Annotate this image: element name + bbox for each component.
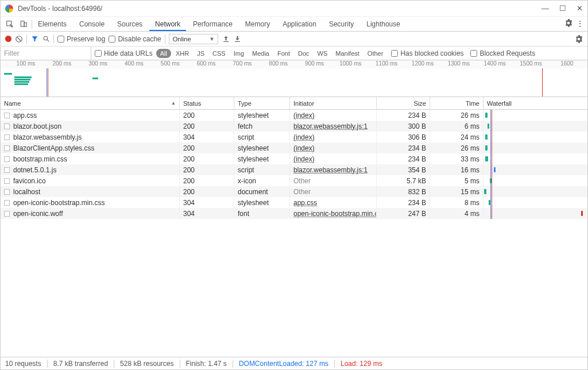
- filter-type-all[interactable]: All: [156, 49, 171, 58]
- file-icon: [4, 178, 10, 184]
- table-row[interactable]: blazor.webassembly.js304script(index)306…: [1, 132, 587, 142]
- column-time[interactable]: Time: [430, 97, 483, 109]
- request-initiator[interactable]: open-iconic-bootstrap.min.css: [293, 210, 377, 218]
- tab-elements[interactable]: Elements: [32, 17, 72, 31]
- filter-type-css[interactable]: CSS: [209, 49, 229, 58]
- tab-console[interactable]: Console: [74, 17, 110, 31]
- timeline-tick: 1400 ms: [483, 60, 505, 67]
- table-row[interactable]: dotnet.5.0.1.js200scriptblazor.webassemb…: [1, 164, 587, 175]
- table-row[interactable]: favicon.ico200x-iconOther5.7 kB5 ms: [1, 175, 587, 186]
- timeline-overview[interactable]: 100 ms200 ms300 ms400 ms500 ms600 ms700 …: [1, 60, 587, 97]
- clear-button[interactable]: [15, 35, 23, 43]
- column-type[interactable]: Type: [234, 97, 290, 109]
- request-status: 200: [180, 110, 234, 121]
- request-initiator[interactable]: blazor.webassembly.js:1: [293, 166, 368, 174]
- request-size: 5.7 kB: [377, 175, 430, 186]
- blocked-requests-checkbox[interactable]: Blocked Requests: [470, 49, 535, 57]
- filter-type-media[interactable]: Media: [249, 49, 273, 58]
- request-type: stylesheet: [234, 197, 290, 208]
- request-time: 16 ms: [430, 164, 483, 175]
- table-row[interactable]: blazor.boot.json200fetchblazor.webassemb…: [1, 121, 587, 132]
- column-size[interactable]: Size: [377, 97, 430, 109]
- request-size: 247 B: [377, 208, 430, 219]
- preserve-log-checkbox[interactable]: Preserve log: [57, 35, 105, 43]
- request-time: 5 ms: [430, 175, 483, 186]
- tab-memory[interactable]: Memory: [239, 17, 276, 31]
- request-time: 4 ms: [430, 208, 483, 219]
- filter-type-other[interactable]: Other: [364, 49, 387, 58]
- request-name: bootstrap.min.css: [13, 155, 67, 163]
- column-initiator[interactable]: Initiator: [290, 97, 377, 109]
- window-controls: — ☐ ✕: [541, 4, 583, 13]
- filter-type-ws[interactable]: WS: [314, 49, 331, 58]
- has-blocked-cookies-checkbox[interactable]: Has blocked cookies: [391, 49, 463, 57]
- table-header: Name Status Type Initiator Size Time Wat…: [1, 97, 587, 110]
- device-toggle-icon[interactable]: [18, 18, 29, 30]
- request-status: 200: [180, 142, 234, 153]
- status-domcontentloaded: DOMContentLoaded: 127 ms: [239, 360, 328, 368]
- request-initiator[interactable]: (index): [293, 144, 315, 152]
- request-name: app.css: [13, 111, 37, 120]
- tab-sources[interactable]: Sources: [111, 17, 148, 31]
- filter-type-img[interactable]: Img: [230, 49, 247, 58]
- request-initiator[interactable]: app.css: [293, 199, 317, 207]
- tab-application[interactable]: Application: [277, 17, 322, 31]
- table-row[interactable]: bootstrap.min.css200stylesheet(index)234…: [1, 153, 587, 164]
- tab-security[interactable]: Security: [323, 17, 359, 31]
- tab-performance[interactable]: Performance: [187, 17, 238, 31]
- column-waterfall[interactable]: Waterfall: [483, 97, 587, 109]
- throttling-select[interactable]: Online▼: [169, 34, 219, 44]
- request-time: 26 ms: [430, 110, 483, 121]
- timeline-tick: 300 ms: [88, 60, 107, 67]
- minimize-button[interactable]: —: [541, 4, 549, 13]
- file-icon: [4, 211, 10, 217]
- upload-icon[interactable]: [222, 35, 230, 43]
- filter-icon[interactable]: [30, 35, 38, 43]
- hide-data-urls-checkbox[interactable]: Hide data URLs: [95, 49, 153, 57]
- column-status[interactable]: Status: [180, 97, 234, 109]
- table-body: app.css200stylesheet(index)234 B26 msbla…: [1, 110, 587, 357]
- filter-input[interactable]: [1, 47, 91, 60]
- inspect-icon[interactable]: [4, 18, 16, 30]
- request-initiator[interactable]: (index): [293, 133, 315, 141]
- tab-network[interactable]: Network: [149, 17, 186, 31]
- request-waterfall: [483, 208, 587, 219]
- filter-type-font[interactable]: Font: [274, 49, 293, 58]
- request-time: 24 ms: [430, 132, 483, 142]
- file-icon: [4, 145, 10, 151]
- table-row[interactable]: BlazorClientApp.styles.css200stylesheet(…: [1, 142, 587, 153]
- request-initiator[interactable]: (index): [293, 111, 315, 120]
- filter-type-manifest[interactable]: Manifest: [332, 49, 363, 58]
- column-name[interactable]: Name: [1, 97, 180, 109]
- table-row[interactable]: open-iconic.woff304fontopen-iconic-boots…: [1, 208, 587, 219]
- settings-icon[interactable]: [575, 35, 583, 43]
- request-initiator[interactable]: blazor.webassembly.js:1: [293, 122, 368, 130]
- disable-cache-checkbox[interactable]: Disable cache: [109, 35, 161, 43]
- table-row[interactable]: localhost200documentOther832 B15 ms: [1, 186, 587, 197]
- search-icon[interactable]: [42, 35, 50, 43]
- request-time: 26 ms: [430, 142, 483, 153]
- filter-type-doc[interactable]: Doc: [295, 49, 313, 58]
- tab-lighthouse[interactable]: Lighthouse: [361, 17, 406, 31]
- request-size: 234 B: [377, 197, 430, 208]
- svg-line-4: [17, 37, 21, 41]
- request-time: 33 ms: [430, 153, 483, 164]
- request-type: fetch: [234, 121, 290, 132]
- request-status: 304: [180, 132, 234, 142]
- request-initiator[interactable]: (index): [293, 155, 315, 163]
- maximize-button[interactable]: ☐: [559, 4, 566, 13]
- settings-icon[interactable]: [564, 19, 572, 29]
- request-status: 200: [180, 153, 234, 164]
- timeline-tick: 700 ms: [233, 60, 252, 67]
- requests-table: Name Status Type Initiator Size Time Wat…: [1, 97, 587, 357]
- close-button[interactable]: ✕: [577, 4, 583, 13]
- request-type: stylesheet: [234, 153, 290, 164]
- table-row[interactable]: open-iconic-bootstrap.min.css304styleshe…: [1, 197, 587, 208]
- timeline-tick: 1300 ms: [448, 60, 470, 67]
- download-icon[interactable]: [233, 35, 241, 43]
- more-icon[interactable]: ⋮: [576, 19, 584, 29]
- filter-type-js[interactable]: JS: [194, 49, 208, 58]
- table-row[interactable]: app.css200stylesheet(index)234 B26 ms: [1, 110, 587, 121]
- record-button[interactable]: [5, 36, 11, 42]
- filter-type-xhr[interactable]: XHR: [172, 49, 192, 58]
